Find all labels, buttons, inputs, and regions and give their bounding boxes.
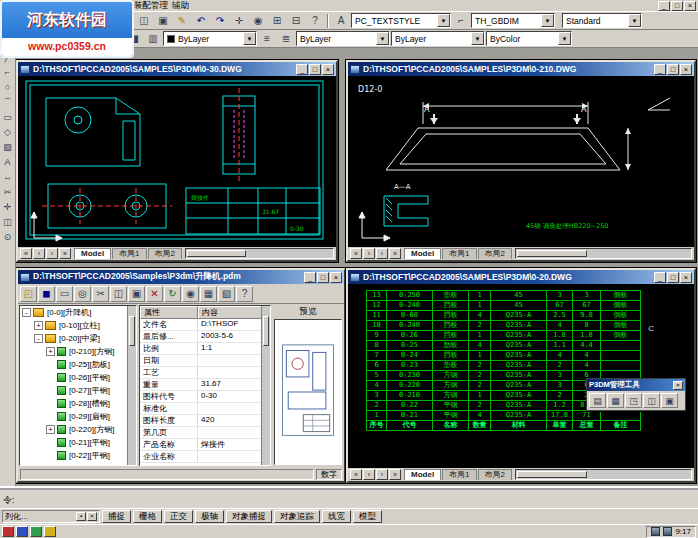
redo-icon[interactable]: ↷	[211, 13, 229, 29]
close-button[interactable]: ×	[330, 272, 342, 283]
menu-assist[interactable]: 辅助	[170, 0, 191, 10]
move-icon[interactable]: ✛	[1, 200, 15, 214]
bom-row[interactable]: 110-68挡板4 Q235-A2.59.8倒板	[367, 311, 641, 321]
refresh-icon[interactable]: ↻	[164, 286, 181, 302]
column-header-value[interactable]: 内容	[198, 306, 270, 319]
menu-assembly-manage[interactable]: 装配管理	[132, 0, 170, 10]
dimension-icon[interactable]: ↔	[1, 170, 15, 184]
vertical-scrollbar[interactable]	[127, 306, 136, 465]
maximize-button[interactable]: □	[667, 64, 679, 75]
tab-first-icon[interactable]: «	[350, 469, 362, 480]
chevron-down-icon[interactable]: ▼	[558, 32, 571, 45]
print-icon[interactable]: ▭	[56, 286, 73, 302]
close-icon[interactable]: ×	[673, 381, 683, 390]
property-row[interactable]: 日期	[140, 355, 270, 367]
taskbar-icon-1[interactable]	[2, 526, 14, 537]
tree-node-0-27[interactable]: [0-27][平钢]	[20, 384, 136, 397]
tree-expander-icon[interactable]: +	[46, 425, 55, 434]
bom-row[interactable]: 100-240挡板2 Q235-A48倒板	[367, 321, 641, 331]
polyline-icon[interactable]: ⌐	[1, 65, 15, 79]
taskbar-icon-2[interactable]	[16, 526, 28, 537]
copy-icon[interactable]: ◫	[110, 286, 127, 302]
toggle-otrack[interactable]: 对象追踪	[274, 510, 320, 523]
scrollbar-thumb[interactable]	[517, 250, 587, 257]
property-row[interactable]: 最后修... 2003-5-6	[140, 331, 270, 343]
property-row[interactable]: 比例 1:1	[140, 343, 270, 355]
tab-prev-icon[interactable]: ‹	[363, 248, 375, 259]
toggle-ortho[interactable]: 正交	[164, 510, 193, 523]
property-row[interactable]: 第几页	[140, 427, 270, 439]
tree-expander-icon[interactable]: -	[22, 308, 31, 317]
window-titlebar[interactable]: D:\THSOFT\PCCAD2005\Samples\P3dm\升降机.pdm…	[18, 270, 344, 284]
help-icon[interactable]: ?	[306, 13, 324, 29]
chevron-down-icon[interactable]: ▼	[243, 32, 256, 45]
close-button[interactable]: ×	[322, 64, 334, 75]
drawing-canvas-0-210[interactable]: D12-0 A A A—A	[348, 76, 694, 247]
match-properties-icon[interactable]: ✎	[173, 13, 191, 29]
tree-expander-icon[interactable]: +	[34, 321, 43, 330]
undo-icon[interactable]: ↶	[192, 13, 210, 29]
close-button[interactable]: ×	[680, 272, 692, 283]
window-0-30-dwg[interactable]: D:\THSOFT\PCCAD2005\SAMPLES\P3DM\0-30.DW…	[16, 60, 338, 262]
property-row[interactable]: 标准化	[140, 403, 270, 415]
text-style-combo[interactable]: PC_TEXTSTYLE ▼	[351, 13, 451, 28]
horizontal-scrollbar[interactable]	[515, 248, 692, 259]
tree-node-0-25[interactable]: [0-25][肋板]	[20, 358, 136, 371]
tab-next-icon[interactable]: ›	[376, 248, 388, 259]
tab-first-icon[interactable]: «	[350, 248, 362, 259]
workspace-combo[interactable]: Standard ▼	[562, 13, 642, 28]
close-icon[interactable]: ×	[87, 512, 97, 521]
property-row[interactable]: 文件名 D:\THSOF	[140, 319, 270, 331]
bom-row[interactable]: 120-240挡板1 456767侧板	[367, 301, 641, 311]
bom-row[interactable]: 90-26挡板1 Q235-A1.81.8倒板	[367, 331, 641, 341]
drawing-canvas-0-20[interactable]: 130-250垫板1 4533侧板 120-240挡板1 456767侧板 11…	[348, 284, 694, 468]
zoom-realtime-icon[interactable]: ◉	[249, 13, 267, 29]
drawing-canvas-0-30[interactable]: 焊接件 31.67 0-30	[18, 76, 336, 247]
p3dm-tools-palette[interactable]: P3DM管理工具 × ▤▦◳◫▣	[586, 378, 686, 411]
copy-icon[interactable]: ◫	[135, 13, 153, 29]
window-titlebar[interactable]: D:\THSOFT\PCCAD2005\SAMPLES\P3DM\0-210.D…	[348, 62, 694, 76]
serialize-icon[interactable]: ▤	[589, 393, 606, 408]
pan-icon[interactable]: ✛	[230, 13, 248, 29]
bom-row[interactable]: 60-23垫板2 Q235-A24	[367, 361, 641, 371]
tree-node-0-220[interactable]: + [0-220][方钢]	[20, 423, 136, 436]
bom-table-icon[interactable]: ▦	[200, 286, 217, 302]
tab-last-icon[interactable]: »	[389, 248, 401, 259]
tab-last-icon[interactable]: »	[389, 469, 401, 480]
tab-last-icon[interactable]: »	[59, 248, 71, 259]
tree-expander-icon[interactable]	[46, 386, 55, 395]
zoom-window-icon[interactable]: ⊞	[268, 13, 286, 29]
save-icon[interactable]: ◼	[38, 286, 55, 302]
tree-node-0-21[interactable]: [0-21][平钢]	[20, 436, 136, 449]
toggle-snap[interactable]: 捕捉	[102, 510, 131, 523]
window-0-20-dwg[interactable]: D:\THSOFT\PCCAD2005\SAMPLES\P3DM\0-20.DW…	[346, 268, 696, 483]
window-0-210-dwg[interactable]: D:\THSOFT\PCCAD2005\SAMPLES\P3DM\0-210.D…	[346, 60, 696, 262]
tab-layout2[interactable]: 布局2	[148, 248, 182, 259]
scrollbar-thumb[interactable]	[517, 471, 587, 478]
bom-table-icon[interactable]: ▦	[607, 393, 624, 408]
tab-model[interactable]: Model	[404, 469, 441, 480]
restore-icon[interactable]: ▪	[76, 512, 86, 521]
property-row[interactable]: 产品名称 焊接件	[140, 439, 270, 451]
bom-row[interactable]: 70-24挡板1 Q235-A44	[367, 351, 641, 361]
chevron-down-icon[interactable]: ▼	[437, 14, 450, 27]
layer-states-icon[interactable]: ▥	[144, 31, 162, 47]
property-row[interactable]: 工艺	[140, 367, 270, 379]
tab-next-icon[interactable]: ›	[376, 469, 388, 480]
scrollbar-thumb[interactable]	[263, 316, 269, 346]
tree-expander-icon[interactable]	[46, 399, 55, 408]
tab-layout1[interactable]: 布局1	[442, 469, 476, 480]
erase-icon[interactable]: ✂	[1, 185, 15, 199]
paste-icon[interactable]: ▣	[128, 286, 145, 302]
toggle-lineweight[interactable]: 线宽	[322, 510, 351, 523]
tray-icon[interactable]	[651, 527, 660, 536]
tree-expander-icon[interactable]: -	[34, 334, 43, 343]
copy-icon[interactable]: ◫	[643, 393, 660, 408]
minimize-button[interactable]: _	[658, 1, 670, 11]
delete-icon[interactable]: ✕	[146, 286, 163, 302]
open-assembly-icon[interactable]: ◰	[20, 286, 37, 302]
minimize-button[interactable]: _	[654, 64, 666, 75]
bom-row[interactable]: 80-25肋板4 Q235-A1.14.4	[367, 341, 641, 351]
taskbar-icon-3[interactable]	[30, 526, 42, 537]
horizontal-scrollbar[interactable]	[185, 248, 334, 259]
